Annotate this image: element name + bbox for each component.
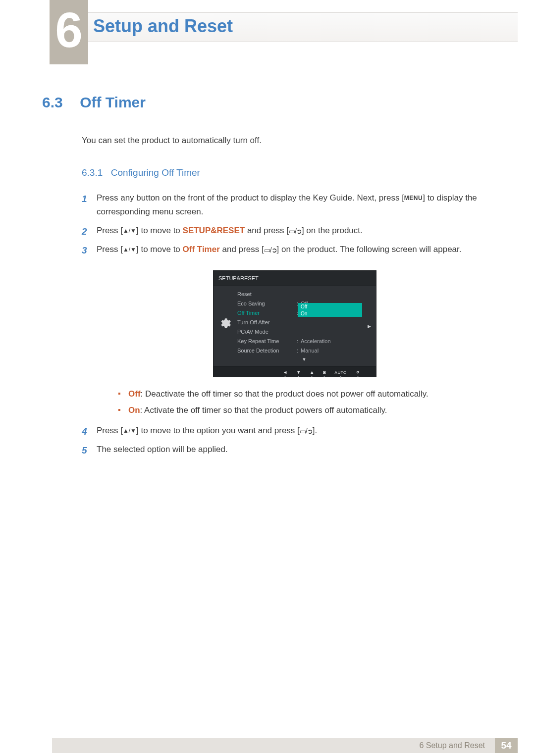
step-text: Press any button on the front of the pro… [97,193,404,202]
subsection-title: Configuring Off Timer [111,167,200,178]
step-text: ] to move to the option you want and pre… [136,426,300,435]
osd-row-reset: Reset [237,289,371,299]
keyword: On [128,405,140,415]
keyword: Off [128,389,141,399]
options-list: Off: Deactivate the off timer so that th… [118,387,493,418]
osd-row-keyrepeat: Key Repeat Time:Acceleration [237,336,371,346]
chapter-title: Setup and Reset [93,16,233,37]
step-number: 1 [82,191,87,206]
option-off: Off: Deactivate the off timer so that th… [118,387,493,402]
section-intro: You can set the product to automatically… [82,136,493,146]
osd-body: ▶ Reset Eco Saving:Off Off Timer: Off On… [214,286,376,366]
up-down-icon: ▲/▼ [123,426,136,436]
nav-left-icon: ◄ [283,369,287,376]
step-text: ] on the product. [302,226,363,235]
step-number: 2 [82,224,87,239]
document-page: { "header": { "chapter_num": "6", "chapt… [0,0,535,756]
up-down-icon: ▲/▼ [123,226,136,236]
option-on: On: Activate the off timer so that the p… [118,403,493,418]
keyword: Off Timer [183,245,220,254]
step-2: 2 Press [▲/▼] to move to SETUP&RESET and… [82,224,493,238]
step-1: 1 Press any button on the front of the p… [82,191,493,219]
osd-row-turnoffafter: Turn Off After [237,317,371,327]
section-number: 6.3 [42,94,63,110]
step-text: and press [ [220,245,264,254]
osd-dropdown-option: On [298,310,362,317]
footer: 6 Setup and Reset 54 [0,734,535,756]
up-down-icon: ▲/▼ [123,245,136,255]
osd-row-offtimer: Off Timer: Off On [237,308,371,317]
chapter-number-badge: 6 [50,0,88,64]
section-title: Off Timer [80,94,146,110]
page-number: 54 [495,738,518,753]
menu-key-label: MENU [404,195,423,202]
enter-source-icon: ▭/➲ [300,426,313,437]
step-text: Press [ [97,245,123,254]
step-4: 4 Press [▲/▼] to move to the option you … [82,424,493,438]
chevron-down-icon: ▼ [237,356,371,361]
steps-list: 1 Press any button on the front of the p… [82,191,493,456]
step-3: 3 Press [▲/▼] to move to Off Timer and p… [82,243,493,418]
auto-label: AUTO [335,369,347,376]
enter-source-icon: ▭/➲ [289,226,302,237]
osd-footer: ◄ ▼ ▲ ◙ AUTO ⭘ [214,366,376,377]
chevron-right-icon: ▶ [368,323,371,330]
step-text: Press [ [97,226,123,235]
step-text: ] on the product. The following screen w… [277,245,462,254]
osd-row-pcav: PC/AV Mode [237,327,371,336]
step-text: ] to move to [136,226,183,235]
osd-dropdown: Off On [298,303,362,317]
enter-icon: ◙ [323,369,325,376]
keyword: SETUP&RESET [183,226,245,235]
nav-up-icon: ▲ [310,369,314,376]
step-text: The selected option will be applied. [97,445,228,454]
nav-down-icon: ▼ [296,369,301,376]
step-number: 3 [82,243,87,258]
osd-screenshot: SETUP&RESET ▶ Reset Eco Saving:Off Off T… [213,270,376,377]
osd-title: SETUP&RESET [214,271,376,286]
footer-text: 6 Setup and Reset [52,738,518,753]
osd-row-sourcedet: Source Detection:Manual [237,346,371,355]
step-number: 5 [82,443,87,458]
step-5: 5 The selected option will be applied. [82,443,493,456]
power-icon: ⭘ [356,369,360,376]
step-text: ] to move to [136,245,183,254]
step-text: ]. [313,426,317,435]
subsection-number: 6.3.1 [82,167,103,178]
step-text: and press [ [245,226,289,235]
option-text: : Activate the off timer so that the pro… [140,405,387,415]
content: 6.3 Off Timer You can set the product to… [42,94,493,461]
osd-dropdown-option: Off [298,303,362,310]
option-text: : Deactivate the off timer so that the p… [141,389,428,399]
step-text: Press [ [97,426,123,435]
step-number: 4 [82,424,87,439]
gear-icon [218,317,231,330]
enter-source-icon: ▭/➲ [264,245,277,256]
